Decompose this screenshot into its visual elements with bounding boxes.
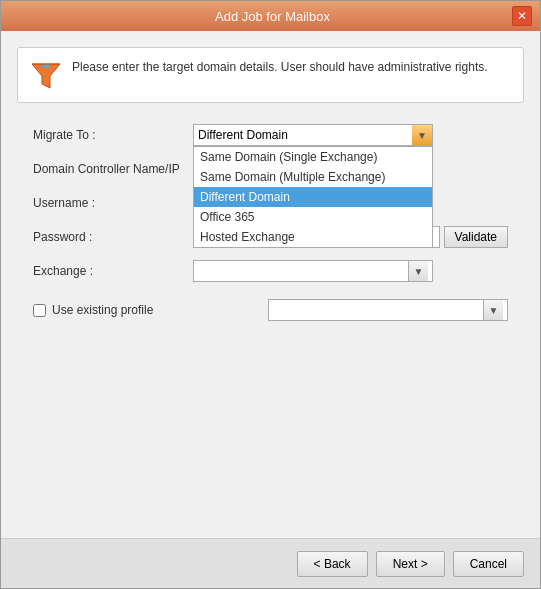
use-existing-profile-checkbox[interactable] — [33, 304, 46, 317]
use-existing-profile-label: Use existing profile — [52, 303, 153, 317]
dropdown-item-same-multiple[interactable]: Same Domain (Multiple Exchange) — [194, 167, 432, 187]
form-area: Migrate To : Different Domain ▼ Same Dom… — [17, 115, 524, 329]
exchange-control: ▼ — [193, 260, 508, 282]
close-button[interactable]: ✕ — [512, 6, 532, 26]
use-existing-profile-row: Use existing profile ▼ — [33, 299, 508, 321]
dropdown-item-hosted[interactable]: Hosted Exchange — [194, 227, 432, 247]
username-label: Username : — [33, 196, 193, 210]
dropdown-item-different[interactable]: Different Domain — [194, 187, 432, 207]
info-box: Please enter the target domain details. … — [17, 47, 524, 103]
info-text: Please enter the target domain details. … — [72, 58, 488, 76]
migrate-to-row: Migrate To : Different Domain ▼ Same Dom… — [33, 123, 508, 147]
migrate-to-dropdown-list: Same Domain (Single Exchange) Same Domai… — [193, 146, 433, 248]
use-existing-profile-section: Use existing profile ▼ — [33, 299, 508, 321]
migrate-to-value: Different Domain — [198, 128, 288, 142]
dropdown-item-same-single[interactable]: Same Domain (Single Exchange) — [194, 147, 432, 167]
profile-arrow-icon: ▼ — [483, 300, 503, 320]
migrate-to-control: Different Domain ▼ Same Domain (Single E… — [193, 124, 508, 146]
exchange-row: Exchange : ▼ — [33, 259, 508, 283]
cancel-button[interactable]: Cancel — [453, 551, 524, 577]
exchange-arrow-icon: ▼ — [408, 261, 428, 281]
svg-rect-1 — [42, 64, 50, 68]
funnel-icon — [30, 60, 62, 92]
migrate-to-label: Migrate To : — [33, 128, 193, 142]
dropdown-item-office365[interactable]: Office 365 — [194, 207, 432, 227]
exchange-dropdown[interactable]: ▼ — [193, 260, 433, 282]
content-area: Please enter the target domain details. … — [1, 31, 540, 538]
main-window: Add Job for Mailbox ✕ Please enter the t… — [0, 0, 541, 589]
domain-controller-label: Domain Controller Name/IP — [33, 162, 193, 176]
validate-button[interactable]: Validate — [444, 226, 508, 248]
footer: < Back Next > Cancel — [1, 538, 540, 588]
next-button[interactable]: Next > — [376, 551, 445, 577]
back-button[interactable]: < Back — [297, 551, 368, 577]
window-title: Add Job for Mailbox — [33, 9, 512, 24]
migrate-to-selected[interactable]: Different Domain ▼ — [193, 124, 433, 146]
migrate-to-arrow-icon: ▼ — [412, 125, 432, 145]
profile-dropdown[interactable]: ▼ — [268, 299, 508, 321]
migrate-to-dropdown: Different Domain ▼ Same Domain (Single E… — [193, 124, 508, 146]
password-label: Password : — [33, 230, 193, 244]
title-bar: Add Job for Mailbox ✕ — [1, 1, 540, 31]
exchange-label: Exchange : — [33, 264, 193, 278]
